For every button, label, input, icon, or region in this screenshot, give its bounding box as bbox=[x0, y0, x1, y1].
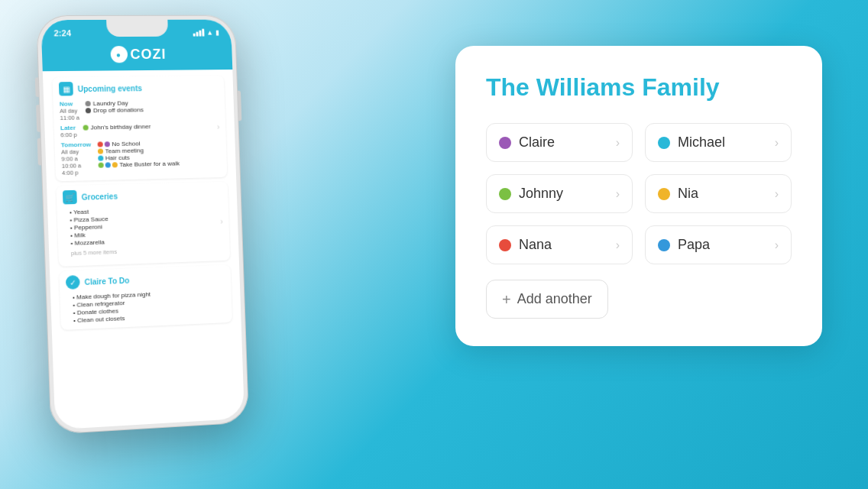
member-nia[interactable]: Nia › bbox=[645, 174, 792, 213]
todo-section: ✓ Claire To Do • Make dough for pizza ni… bbox=[59, 265, 232, 330]
nia-name: Nia bbox=[678, 186, 698, 202]
groceries-nav-arrow: › bbox=[220, 217, 223, 225]
events-section: ▦ Upcoming events Now All day 11:00 a bbox=[52, 76, 227, 181]
nia-chevron-icon: › bbox=[775, 187, 779, 201]
status-time: 2:24 bbox=[53, 28, 71, 37]
todo-title: Claire To Do bbox=[84, 276, 129, 286]
johnny-dot bbox=[499, 188, 511, 200]
phone-content: ▦ Upcoming events Now All day 11:00 a bbox=[43, 70, 245, 419]
members-grid: Claire › Michael › Johnny › Nia bbox=[486, 123, 792, 264]
phone-notch bbox=[106, 20, 168, 37]
shopping-cart-icon: 🛒 bbox=[63, 190, 77, 205]
app-header: ● COZI bbox=[42, 42, 233, 71]
family-card: The Williams Family Claire › Michael › J… bbox=[455, 46, 822, 346]
battery-icon: ▮ bbox=[215, 29, 219, 37]
events-header: ▦ Upcoming events bbox=[59, 80, 219, 96]
now-time2: 11:00 a bbox=[60, 114, 79, 121]
logo-icon: ● bbox=[110, 46, 128, 63]
nana-name: Nana bbox=[519, 237, 552, 253]
signal-icon bbox=[193, 29, 204, 37]
calendar-icon: ▦ bbox=[59, 82, 73, 96]
logo-text: COZI bbox=[130, 46, 167, 62]
nana-dot bbox=[499, 239, 511, 251]
phone-side-button-left-bot bbox=[37, 138, 41, 166]
now-time1: All day bbox=[60, 107, 79, 114]
event-birthday: John's birthday dinner bbox=[83, 123, 151, 131]
michael-name: Michael bbox=[678, 134, 725, 151]
now-label: Now bbox=[60, 100, 79, 107]
papa-dot bbox=[658, 239, 670, 251]
app-logo: ● COZI bbox=[110, 46, 167, 63]
todo-list: • Make dough for pizza night • Clean ref… bbox=[66, 288, 226, 325]
johnny-chevron-icon: › bbox=[616, 187, 620, 201]
later-time: 6:00 p bbox=[60, 131, 77, 139]
groceries-section: 🛒 Groceries • Yeast • Pizza Sauce • Pepp… bbox=[56, 182, 230, 267]
event-buster: Take Buster for a walk bbox=[98, 160, 180, 168]
todo-header: ✓ Claire To Do bbox=[66, 270, 225, 290]
claire-name: Claire bbox=[519, 134, 555, 151]
events-title: Upcoming events bbox=[78, 84, 143, 93]
later-label: Later bbox=[60, 125, 77, 131]
phone-mockup: 2:24 ▲ ▮ ● COZI bbox=[36, 15, 280, 489]
papa-chevron-icon: › bbox=[775, 238, 779, 252]
grocery-list: • Yeast • Pizza Sauce • Pepperoni • Milk… bbox=[63, 205, 224, 248]
phone-side-button-left-top bbox=[35, 77, 39, 96]
phone-side-button-left-mid bbox=[36, 105, 40, 132]
checkmark-icon: ✓ bbox=[66, 275, 80, 290]
nana-chevron-icon: › bbox=[616, 238, 620, 252]
member-papa[interactable]: Papa › bbox=[645, 225, 792, 264]
status-icons: ▲ ▮ bbox=[193, 29, 219, 37]
papa-name: Papa bbox=[678, 237, 710, 253]
add-another-label: Add another bbox=[517, 291, 592, 307]
groceries-overflow: plus 5 more items bbox=[65, 244, 224, 257]
member-nana[interactable]: Nana › bbox=[486, 225, 633, 264]
groceries-title: Groceries bbox=[81, 192, 118, 201]
events-nav-arrow: › bbox=[217, 122, 220, 131]
michael-dot bbox=[658, 137, 670, 149]
family-title: The Williams Family bbox=[486, 73, 792, 102]
member-michael[interactable]: Michael › bbox=[645, 123, 792, 162]
claire-dot bbox=[499, 137, 511, 149]
member-johnny[interactable]: Johnny › bbox=[486, 174, 633, 213]
plus-icon: + bbox=[502, 292, 511, 307]
member-claire[interactable]: Claire › bbox=[486, 123, 633, 162]
groceries-header: 🛒 Groceries bbox=[63, 186, 222, 205]
phone-side-button-right bbox=[238, 91, 241, 121]
johnny-name: Johnny bbox=[519, 186, 563, 202]
nia-dot bbox=[658, 188, 670, 200]
michael-chevron-icon: › bbox=[775, 136, 779, 150]
event-donations: Drop off donations bbox=[86, 106, 144, 114]
claire-chevron-icon: › bbox=[616, 136, 620, 150]
wifi-icon: ▲ bbox=[206, 29, 213, 37]
tomorrow-label: Tomorrow bbox=[61, 141, 92, 149]
add-another-button[interactable]: + Add another bbox=[486, 280, 608, 319]
